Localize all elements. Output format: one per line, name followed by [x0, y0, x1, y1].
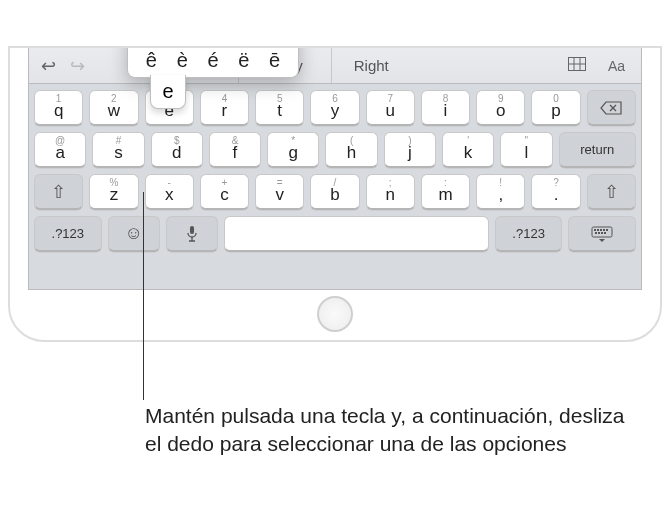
key-k[interactable]: 'k — [442, 132, 494, 168]
keyboard-function-bar: ↩ ↪ Really Right Aa — [29, 48, 641, 84]
key-x[interactable]: -x — [145, 174, 194, 210]
callout-text: Mantén pulsada una tecla y, a continuaci… — [145, 402, 625, 459]
formatting-icon[interactable]: Aa — [600, 58, 633, 74]
key-c[interactable]: +c — [200, 174, 249, 210]
svg-rect-15 — [595, 232, 597, 234]
key-o[interactable]: 9o — [476, 90, 525, 126]
key-row-1: 1q 2w 3e 4r 5t 6y 7u 8i 9o 0p — [34, 90, 636, 126]
table-icon[interactable] — [560, 57, 594, 74]
svg-rect-12 — [600, 229, 602, 231]
numbers-key-left[interactable]: .?123 — [34, 216, 102, 252]
svg-rect-6 — [190, 226, 194, 234]
accent-option[interactable]: ē — [260, 46, 290, 75]
key-a[interactable]: @a — [34, 132, 86, 168]
key-v[interactable]: =v — [255, 174, 304, 210]
accent-popup-stem: e — [150, 75, 186, 109]
svg-rect-13 — [603, 229, 605, 231]
key-g[interactable]: *g — [267, 132, 319, 168]
return-key[interactable]: return — [559, 132, 636, 168]
key-j[interactable]: )j — [384, 132, 436, 168]
dictation-key[interactable] — [166, 216, 218, 252]
key-period[interactable]: ?. — [531, 174, 580, 210]
key-row-2: @a #s $d &f *g (h )j 'k "l return — [34, 132, 636, 168]
key-l[interactable]: "l — [500, 132, 552, 168]
key-m[interactable]: :m — [421, 174, 470, 210]
callout-leader-line — [143, 192, 144, 400]
svg-rect-17 — [601, 232, 603, 234]
svg-rect-14 — [606, 229, 608, 231]
key-row-4: .?123 ☺ .?123 — [34, 216, 636, 252]
shift-key-left[interactable]: ⇧ — [34, 174, 83, 210]
spacebar[interactable] — [224, 216, 488, 252]
hide-keyboard-key[interactable] — [568, 216, 636, 252]
key-y[interactable]: 6y — [310, 90, 359, 126]
key-s[interactable]: #s — [92, 132, 144, 168]
key-w[interactable]: 2w — [89, 90, 138, 126]
emoji-key[interactable]: ☺ — [108, 216, 160, 252]
key-r[interactable]: 4r — [200, 90, 249, 126]
keyboard-keys-area: 1q 2w 3e 4r 5t 6y 7u 8i 9o 0p @a #s $d &… — [29, 84, 641, 289]
numbers-key-right[interactable]: .?123 — [495, 216, 563, 252]
key-u[interactable]: 7u — [366, 90, 415, 126]
ipad-device-frame: ė ę ê è é ë ē e ↩ ↪ Really Right Aa — [8, 46, 662, 342]
key-t[interactable]: 5t — [255, 90, 304, 126]
svg-rect-18 — [604, 232, 606, 234]
key-d[interactable]: $d — [151, 132, 203, 168]
accent-popup: ė ę ê è é ë ē e — [127, 46, 299, 78]
key-b[interactable]: /b — [310, 174, 359, 210]
svg-rect-10 — [594, 229, 596, 231]
svg-rect-11 — [597, 229, 599, 231]
key-z[interactable]: %z — [89, 174, 138, 210]
key-comma[interactable]: !, — [476, 174, 525, 210]
shift-key-right[interactable]: ⇧ — [587, 174, 636, 210]
accent-option[interactable]: è — [167, 46, 197, 75]
key-p[interactable]: 0p — [531, 90, 580, 126]
key-q[interactable]: 1q — [34, 90, 83, 126]
redo-icon[interactable]: ↪ — [66, 55, 89, 77]
key-n[interactable]: ;n — [366, 174, 415, 210]
key-h[interactable]: (h — [325, 132, 377, 168]
keyboard-screen: ė ę ê è é ë ē e ↩ ↪ Really Right Aa — [28, 48, 642, 290]
key-row-3: ⇧ %z -x +c =v /b ;n :m !, ?. ⇧ — [34, 174, 636, 210]
accent-option[interactable]: ë — [229, 46, 259, 75]
key-i[interactable]: 8i — [421, 90, 470, 126]
accent-option[interactable]: ê — [136, 46, 166, 75]
suggestion-2[interactable]: Right — [331, 48, 411, 83]
svg-rect-16 — [598, 232, 600, 234]
key-f[interactable]: &f — [209, 132, 261, 168]
backspace-key[interactable] — [587, 90, 636, 126]
accent-option[interactable]: é — [198, 46, 228, 75]
undo-icon[interactable]: ↩ — [37, 55, 60, 77]
home-button[interactable] — [317, 296, 353, 332]
